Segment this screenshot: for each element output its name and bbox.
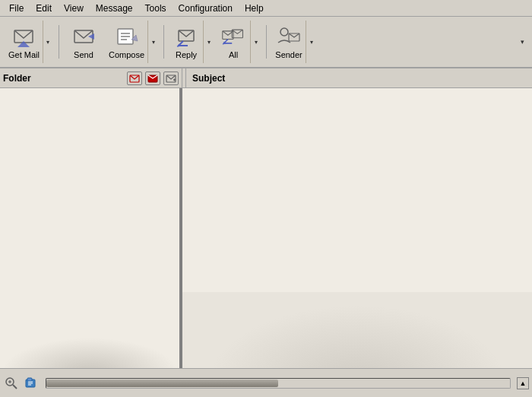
svg-line-22 bbox=[13, 385, 17, 389]
sender-btn-group: Sender ▾ bbox=[271, 20, 317, 64]
all-arrow[interactable]: ▾ bbox=[250, 21, 261, 63]
menu-file[interactable]: File bbox=[3, 2, 30, 15]
sender-icon bbox=[277, 25, 301, 48]
sender-label: Sender bbox=[275, 50, 302, 59]
subject-section: Subject bbox=[186, 71, 532, 85]
right-panel bbox=[182, 88, 532, 368]
folder-icon-unread[interactable] bbox=[145, 71, 160, 85]
all-btn-group: All ▾ bbox=[216, 20, 261, 64]
left-panel-bottom-fade bbox=[0, 338, 179, 368]
bottom-toolbar-bar: ▲ bbox=[0, 368, 532, 397]
get-mail-icon bbox=[11, 25, 36, 48]
header-bar: Folder bbox=[0, 68, 532, 88]
menu-view[interactable]: View bbox=[58, 2, 90, 15]
menu-message[interactable]: Message bbox=[90, 2, 139, 15]
toolbar: Get Mail ▾ Send bbox=[0, 17, 532, 68]
compose-arrow[interactable]: ▾ bbox=[147, 21, 158, 63]
compose-label: Compose bbox=[109, 50, 144, 59]
all-icon bbox=[221, 25, 245, 48]
compose-icon bbox=[115, 25, 139, 48]
all-button[interactable]: All bbox=[217, 21, 250, 63]
reply-arrow[interactable]: ▾ bbox=[203, 21, 214, 63]
reply-label: Reply bbox=[176, 50, 197, 59]
sender-arrow[interactable]: ▾ bbox=[306, 21, 316, 63]
subject-label: Subject bbox=[192, 73, 225, 84]
main-content: Folder bbox=[0, 68, 532, 397]
reply-icon bbox=[174, 25, 198, 48]
menu-tools[interactable]: Tools bbox=[139, 2, 173, 15]
menu-help[interactable]: Help bbox=[239, 2, 270, 15]
svg-marker-1 bbox=[17, 41, 30, 47]
compose-button[interactable]: Compose bbox=[106, 21, 147, 63]
get-mail-arrow[interactable]: ▾ bbox=[43, 21, 53, 63]
scroll-up-button[interactable]: ▲ bbox=[517, 377, 529, 389]
menu-configuration[interactable]: Configuration bbox=[173, 2, 239, 15]
scrollbar-thumb bbox=[46, 380, 278, 387]
svg-rect-26 bbox=[27, 378, 32, 381]
right-panel-lower-bg bbox=[182, 292, 532, 368]
svg-marker-3 bbox=[88, 33, 94, 40]
right-panel-lower bbox=[182, 292, 532, 368]
horizontal-scrollbar[interactable] bbox=[46, 378, 511, 389]
send-icon bbox=[71, 25, 96, 48]
folder-icon-compose[interactable] bbox=[163, 71, 179, 85]
all-label: All bbox=[229, 50, 238, 59]
folder-label: Folder bbox=[3, 73, 124, 84]
toolbar-sep-2 bbox=[163, 25, 164, 59]
get-mail-button[interactable]: Get Mail bbox=[5, 21, 43, 63]
get-mail-label: Get Mail bbox=[8, 50, 40, 59]
toolbar-sep-1 bbox=[59, 25, 59, 59]
reply-button[interactable]: Reply bbox=[169, 21, 203, 63]
panels-row bbox=[0, 88, 532, 368]
sender-button[interactable]: Sender bbox=[272, 21, 306, 63]
send-label: Send bbox=[74, 50, 93, 59]
get-mail-btn-group: Get Mail ▾ bbox=[5, 20, 54, 64]
attachment-button[interactable] bbox=[23, 375, 40, 392]
zoom-button[interactable] bbox=[3, 375, 20, 392]
send-button[interactable]: Send bbox=[64, 20, 103, 64]
toolbar-overflow-arrow[interactable]: ▾ bbox=[517, 20, 527, 64]
menubar: File Edit View Message Tools Configurati… bbox=[0, 0, 532, 17]
left-panel bbox=[0, 88, 182, 368]
reply-btn-group: Reply ▾ bbox=[169, 20, 214, 64]
folder-section: Folder bbox=[0, 68, 182, 87]
folder-icon-read[interactable] bbox=[127, 71, 142, 85]
toolbar-sep-3 bbox=[266, 25, 267, 59]
svg-point-14 bbox=[280, 28, 288, 36]
compose-btn-group: Compose ▾ bbox=[105, 20, 159, 64]
menu-edit[interactable]: Edit bbox=[30, 2, 58, 15]
right-panel-upper bbox=[182, 88, 532, 292]
